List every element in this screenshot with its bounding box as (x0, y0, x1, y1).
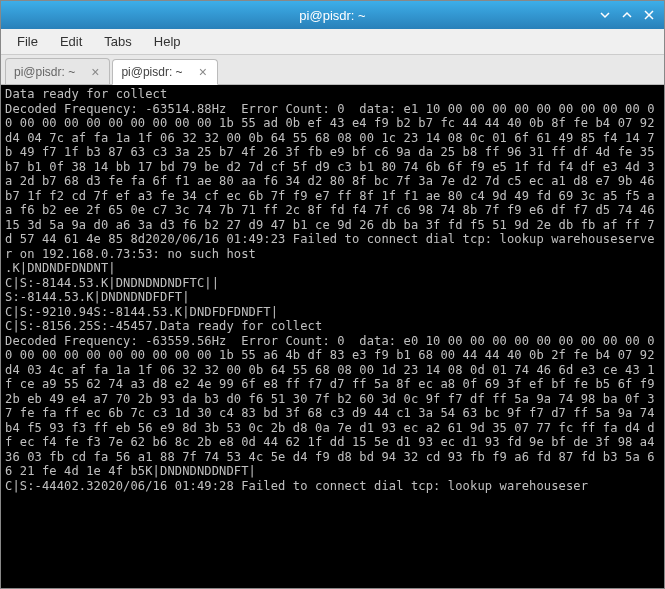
chevron-down-icon (600, 10, 610, 20)
tabbar: pi@pisdr: ~ × pi@pisdr: ~ × (1, 55, 664, 85)
menu-help[interactable]: Help (144, 31, 191, 52)
menu-file[interactable]: File (7, 31, 48, 52)
tab-label: pi@pisdr: ~ (14, 65, 75, 79)
app-window: pi@pisdr: ~ File Edit Tabs Help pi@pisdr… (0, 0, 665, 589)
close-icon (644, 10, 654, 20)
tab-close-button[interactable]: × (89, 65, 101, 79)
menu-edit[interactable]: Edit (50, 31, 92, 52)
tab-1[interactable]: pi@pisdr: ~ × (5, 58, 110, 84)
titlebar: pi@pisdr: ~ (1, 1, 664, 29)
tab-close-button[interactable]: × (197, 65, 209, 79)
close-button[interactable] (642, 8, 656, 22)
maximize-button[interactable] (620, 8, 634, 22)
minimize-button[interactable] (598, 8, 612, 22)
menu-tabs[interactable]: Tabs (94, 31, 141, 52)
terminal-output[interactable]: Data ready for collect Decoded Frequency… (1, 85, 664, 588)
menubar: File Edit Tabs Help (1, 29, 664, 55)
tab-label: pi@pisdr: ~ (121, 65, 182, 79)
tab-2[interactable]: pi@pisdr: ~ × (112, 59, 217, 85)
chevron-up-icon (622, 10, 632, 20)
window-title: pi@pisdr: ~ (7, 8, 658, 23)
window-controls (598, 8, 656, 22)
